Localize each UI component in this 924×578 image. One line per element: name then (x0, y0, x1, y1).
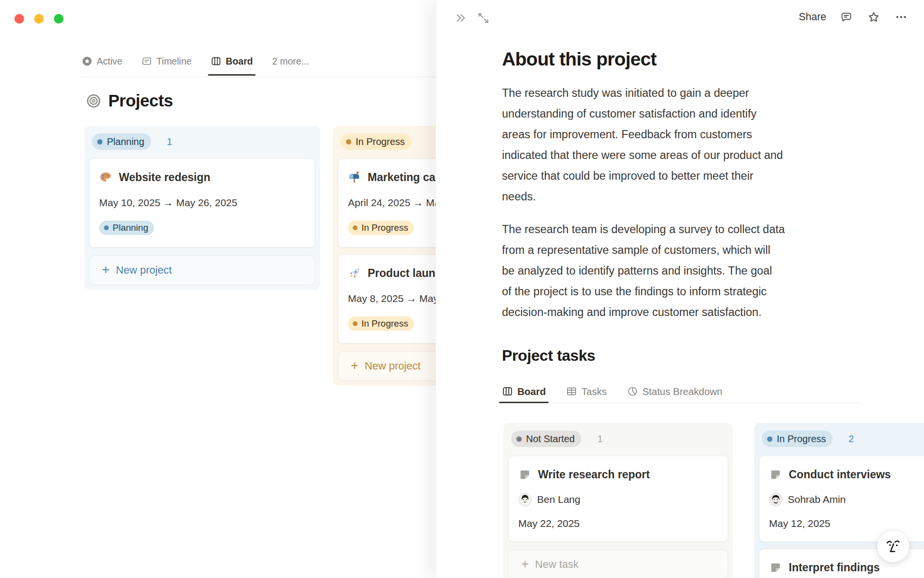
page-title: Projects (108, 91, 173, 110)
column-status-label: In Progress (777, 434, 826, 445)
window-close-button[interactable] (14, 14, 24, 24)
board-icon (502, 386, 513, 397)
notion-ai-button[interactable] (877, 530, 910, 563)
status-dot (353, 225, 358, 230)
note-icon (518, 468, 531, 481)
column-status-pill[interactable]: Not Started (511, 431, 581, 447)
view-tab-2-more[interactable]: 2 more... (272, 56, 309, 67)
column-status-pill[interactable]: Planning (92, 133, 151, 150)
close-peek-button[interactable] (453, 11, 468, 26)
palette-icon (99, 171, 112, 184)
column-header: Not Started1 (508, 428, 728, 449)
new-project-button[interactable]: +New project (89, 255, 315, 285)
column-status-label: Not Started (526, 434, 575, 445)
column-count: 2 (848, 434, 854, 445)
plus-icon: + (351, 359, 359, 372)
card-title-row: Website redesign (99, 171, 305, 184)
window-zoom-button[interactable] (54, 14, 64, 24)
column-header: In Progress2 (759, 428, 924, 449)
double-chevron-right-icon (454, 12, 467, 25)
status-dot (353, 321, 358, 326)
column-count: 1 (597, 434, 603, 445)
open-full-page-button[interactable] (476, 11, 491, 26)
page-header: Projects (86, 91, 173, 110)
assignee-name: Ben Lang (537, 494, 580, 505)
rocket-icon (348, 267, 361, 280)
ai-face-icon (884, 537, 903, 556)
column-count: 1 (167, 136, 172, 147)
plus-icon: + (521, 558, 529, 571)
task-card[interactable]: Conduct interviewsSohrab AminMay 12, 202… (759, 456, 924, 542)
peek-toolbar-left (453, 11, 491, 26)
status-dot (767, 436, 772, 442)
card-title-row: Write research report (518, 468, 718, 481)
new-task-label: New task (535, 558, 578, 571)
task-card[interactable]: Write research reportBen LangMay 22, 202… (508, 456, 728, 542)
card-assignee: Ben Lang (518, 493, 718, 506)
status-dot (516, 436, 522, 442)
view-tab-label: 2 more... (272, 56, 309, 67)
mailbox-icon (348, 171, 361, 184)
plus-icon: + (102, 263, 110, 276)
column-status-pill[interactable]: In Progress (341, 133, 411, 150)
kanban-column-planning: Planning1Website redesignMay 10, 2025 → … (84, 126, 320, 290)
view-tab-label: Active (97, 56, 122, 67)
card-title-row: Interpret findings (769, 561, 924, 574)
board-icon (211, 56, 221, 66)
new-project-label: New project (365, 360, 421, 372)
tasks-view-tabs: BoardTasksStatus Breakdown (502, 380, 860, 403)
card-title: Interpret findings (789, 561, 880, 574)
view-tab-label: Board (517, 386, 546, 397)
card-title: Conduct interviews (789, 468, 891, 481)
view-tab-label: Tasks (581, 386, 606, 397)
status-dot (97, 139, 103, 144)
view-tabs: ActiveTimelineBoard2 more... (82, 50, 309, 72)
window-controls (14, 14, 64, 24)
card-title: Write research report (538, 468, 650, 481)
view-tab-timeline[interactable]: Timeline (141, 56, 192, 67)
card-title: Website redesign (119, 171, 210, 184)
card-title-row: Conduct interviews (769, 468, 924, 481)
card-dates: May 10, 2025 → May 26, 2025 (99, 197, 305, 209)
view-tab-tasks[interactable]: Tasks (566, 386, 606, 397)
project-card[interactable]: Website redesignMay 10, 2025 → May 26, 2… (89, 158, 315, 248)
note-icon (769, 561, 782, 574)
tasks-board: Not Started1Write research reportBen Lan… (503, 423, 924, 578)
table-icon (566, 386, 577, 397)
column-status-label: Planning (107, 136, 144, 147)
column-status-pill[interactable]: In Progress (762, 431, 833, 447)
card-status-label: Planning (113, 223, 148, 233)
status-dot (346, 139, 351, 144)
card-due-date: May 22, 2025 (518, 518, 718, 529)
view-tab-status-breakdown[interactable]: Status Breakdown (627, 386, 722, 397)
new-task-button[interactable]: +New task (508, 550, 728, 578)
avatar-sohrab (769, 493, 783, 506)
card-due-date: May 12, 2025 (769, 518, 924, 529)
card-status-label: In Progress (361, 318, 408, 329)
card-status-tag: In Progress (348, 221, 414, 235)
page-content: About this project The research study wa… (502, 0, 901, 403)
view-tab-active[interactable]: Active (82, 56, 122, 67)
card-status-label: In Progress (361, 223, 408, 233)
view-tab-board[interactable]: Board (211, 56, 253, 67)
card-status-tag: Planning (99, 221, 154, 235)
column-header: Planning1 (89, 131, 315, 152)
card-status-tag: In Progress (348, 316, 414, 331)
assignee-name: Sohrab Amin (788, 494, 846, 505)
column-status-label: In Progress (356, 136, 405, 147)
status-dot (104, 225, 109, 230)
note-icon (769, 468, 782, 481)
star-badge-icon (82, 56, 92, 66)
target-icon[interactable] (86, 93, 101, 108)
side-peek-panel: Share About this project The research st… (436, 0, 924, 578)
section-heading-project-tasks: Project tasks (502, 345, 901, 366)
expand-icon (477, 12, 490, 25)
new-project-label: New project (116, 264, 172, 276)
card-assignee: Sohrab Amin (769, 493, 924, 506)
view-tab-label: Timeline (156, 56, 192, 67)
pie-icon (627, 386, 638, 397)
window-minimize-button[interactable] (34, 14, 44, 24)
timeline-icon (141, 56, 152, 66)
view-tab-board[interactable]: Board (502, 386, 546, 397)
tabs-divider (82, 77, 436, 77)
